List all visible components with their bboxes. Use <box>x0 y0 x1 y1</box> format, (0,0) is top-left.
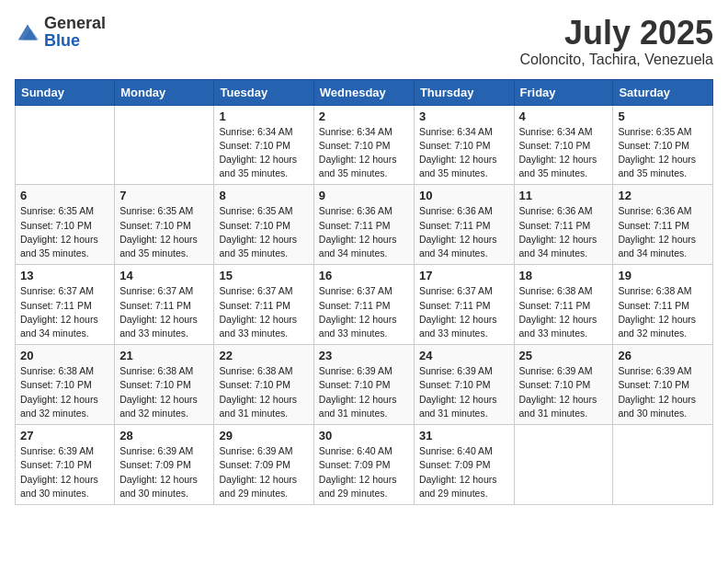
month-year-title: July 2025 <box>519 15 713 52</box>
logo: General Blue <box>15 15 106 50</box>
calendar-day-cell: 27Sunrise: 6:39 AM Sunset: 7:10 PM Dayli… <box>16 425 115 505</box>
day-info: Sunrise: 6:39 AM Sunset: 7:10 PM Dayligh… <box>519 364 609 420</box>
weekday-header-cell: Thursday <box>414 79 514 105</box>
calendar-day-cell: 22Sunrise: 6:38 AM Sunset: 7:10 PM Dayli… <box>214 345 313 425</box>
day-info: Sunrise: 6:34 AM Sunset: 7:10 PM Dayligh… <box>219 125 308 181</box>
day-info: Sunrise: 6:40 AM Sunset: 7:09 PM Dayligh… <box>319 444 409 500</box>
calendar-day-cell <box>16 105 115 185</box>
weekday-header-cell: Saturday <box>613 79 713 105</box>
calendar-day-cell: 11Sunrise: 6:36 AM Sunset: 7:11 PM Dayli… <box>514 185 613 265</box>
calendar-day-cell: 15Sunrise: 6:37 AM Sunset: 7:11 PM Dayli… <box>214 265 313 345</box>
calendar-day-cell: 21Sunrise: 6:38 AM Sunset: 7:10 PM Dayli… <box>115 345 214 425</box>
calendar-day-cell: 2Sunrise: 6:34 AM Sunset: 7:10 PM Daylig… <box>313 105 414 185</box>
day-info: Sunrise: 6:36 AM Sunset: 7:11 PM Dayligh… <box>618 204 708 260</box>
day-info: Sunrise: 6:38 AM Sunset: 7:11 PM Dayligh… <box>519 284 609 340</box>
day-number: 9 <box>319 189 409 202</box>
calendar-day-cell: 25Sunrise: 6:39 AM Sunset: 7:10 PM Dayli… <box>514 345 613 425</box>
calendar-day-cell: 1Sunrise: 6:34 AM Sunset: 7:10 PM Daylig… <box>214 105 313 185</box>
day-number: 31 <box>419 429 509 442</box>
calendar-week-row: 6Sunrise: 6:35 AM Sunset: 7:10 PM Daylig… <box>16 185 713 265</box>
calendar-day-cell: 28Sunrise: 6:39 AM Sunset: 7:09 PM Dayli… <box>115 425 214 505</box>
day-number: 3 <box>419 109 509 123</box>
calendar-day-cell: 31Sunrise: 6:40 AM Sunset: 7:09 PM Dayli… <box>414 425 514 505</box>
day-info: Sunrise: 6:36 AM Sunset: 7:11 PM Dayligh… <box>319 204 409 260</box>
calendar-day-cell: 29Sunrise: 6:39 AM Sunset: 7:09 PM Dayli… <box>214 425 313 505</box>
weekday-header-cell: Sunday <box>16 79 115 105</box>
day-number: 7 <box>119 189 209 202</box>
day-number: 13 <box>20 269 109 282</box>
calendar-day-cell: 17Sunrise: 6:37 AM Sunset: 7:11 PM Dayli… <box>414 265 514 345</box>
day-info: Sunrise: 6:38 AM Sunset: 7:10 PM Dayligh… <box>119 364 209 420</box>
day-info: Sunrise: 6:37 AM Sunset: 7:11 PM Dayligh… <box>419 284 509 340</box>
logo-blue: Blue <box>44 32 106 50</box>
day-number: 28 <box>119 429 209 442</box>
day-info: Sunrise: 6:35 AM Sunset: 7:10 PM Dayligh… <box>618 125 708 181</box>
logo-icon <box>15 21 40 43</box>
day-number: 19 <box>618 269 708 282</box>
calendar-day-cell: 10Sunrise: 6:36 AM Sunset: 7:11 PM Dayli… <box>414 185 514 265</box>
day-number: 21 <box>119 349 209 362</box>
day-number: 11 <box>519 189 609 202</box>
calendar-day-cell <box>514 425 613 505</box>
day-info: Sunrise: 6:34 AM Sunset: 7:10 PM Dayligh… <box>419 125 509 181</box>
weekday-header-cell: Friday <box>514 79 613 105</box>
calendar-week-row: 27Sunrise: 6:39 AM Sunset: 7:10 PM Dayli… <box>16 425 713 505</box>
day-info: Sunrise: 6:38 AM Sunset: 7:10 PM Dayligh… <box>219 364 308 420</box>
calendar-table: SundayMondayTuesdayWednesdayThursdayFrid… <box>15 79 713 505</box>
calendar-day-cell: 18Sunrise: 6:38 AM Sunset: 7:11 PM Dayli… <box>514 265 613 345</box>
calendar-day-cell: 9Sunrise: 6:36 AM Sunset: 7:11 PM Daylig… <box>313 185 414 265</box>
calendar-day-cell: 7Sunrise: 6:35 AM Sunset: 7:10 PM Daylig… <box>115 185 214 265</box>
weekday-header-cell: Monday <box>115 79 214 105</box>
day-number: 14 <box>119 269 209 282</box>
day-info: Sunrise: 6:36 AM Sunset: 7:11 PM Dayligh… <box>519 204 609 260</box>
day-number: 6 <box>20 189 109 202</box>
calendar-day-cell: 13Sunrise: 6:37 AM Sunset: 7:11 PM Dayli… <box>16 265 115 345</box>
logo-general: General <box>44 15 106 32</box>
calendar-day-cell: 8Sunrise: 6:35 AM Sunset: 7:10 PM Daylig… <box>214 185 313 265</box>
day-number: 2 <box>319 109 409 123</box>
day-info: Sunrise: 6:39 AM Sunset: 7:10 PM Dayligh… <box>319 364 409 420</box>
day-number: 12 <box>618 189 708 202</box>
calendar-day-cell: 23Sunrise: 6:39 AM Sunset: 7:10 PM Dayli… <box>313 345 414 425</box>
title-area: July 2025 Coloncito, Tachira, Venezuela <box>519 15 713 68</box>
day-number: 18 <box>519 269 609 282</box>
day-info: Sunrise: 6:40 AM Sunset: 7:09 PM Dayligh… <box>419 444 509 500</box>
day-number: 22 <box>219 349 308 362</box>
calendar-day-cell: 24Sunrise: 6:39 AM Sunset: 7:10 PM Dayli… <box>414 345 514 425</box>
day-number: 17 <box>419 269 509 282</box>
calendar-week-row: 1Sunrise: 6:34 AM Sunset: 7:10 PM Daylig… <box>16 105 713 185</box>
day-number: 24 <box>419 349 509 362</box>
day-info: Sunrise: 6:34 AM Sunset: 7:10 PM Dayligh… <box>519 125 609 181</box>
calendar-day-cell: 6Sunrise: 6:35 AM Sunset: 7:10 PM Daylig… <box>16 185 115 265</box>
weekday-header-row: SundayMondayTuesdayWednesdayThursdayFrid… <box>16 79 713 105</box>
day-info: Sunrise: 6:39 AM Sunset: 7:10 PM Dayligh… <box>618 364 708 420</box>
day-info: Sunrise: 6:39 AM Sunset: 7:09 PM Dayligh… <box>219 444 308 500</box>
day-number: 1 <box>219 109 308 123</box>
day-number: 8 <box>219 189 308 202</box>
day-number: 27 <box>20 429 109 442</box>
day-info: Sunrise: 6:35 AM Sunset: 7:10 PM Dayligh… <box>20 204 109 260</box>
header: General Blue July 2025 Coloncito, Tachir… <box>15 15 713 68</box>
weekday-header-cell: Wednesday <box>313 79 414 105</box>
day-number: 15 <box>219 269 308 282</box>
day-info: Sunrise: 6:36 AM Sunset: 7:11 PM Dayligh… <box>419 204 509 260</box>
day-info: Sunrise: 6:37 AM Sunset: 7:11 PM Dayligh… <box>119 284 209 340</box>
calendar-day-cell: 4Sunrise: 6:34 AM Sunset: 7:10 PM Daylig… <box>514 105 613 185</box>
calendar-day-cell: 30Sunrise: 6:40 AM Sunset: 7:09 PM Dayli… <box>313 425 414 505</box>
day-number: 29 <box>219 429 308 442</box>
day-number: 10 <box>419 189 509 202</box>
calendar-day-cell: 3Sunrise: 6:34 AM Sunset: 7:10 PM Daylig… <box>414 105 514 185</box>
day-info: Sunrise: 6:37 AM Sunset: 7:11 PM Dayligh… <box>219 284 308 340</box>
day-number: 20 <box>20 349 109 362</box>
day-info: Sunrise: 6:39 AM Sunset: 7:10 PM Dayligh… <box>419 364 509 420</box>
calendar-day-cell: 14Sunrise: 6:37 AM Sunset: 7:11 PM Dayli… <box>115 265 214 345</box>
day-number: 5 <box>618 109 708 123</box>
calendar-day-cell <box>115 105 214 185</box>
calendar-week-row: 13Sunrise: 6:37 AM Sunset: 7:11 PM Dayli… <box>16 265 713 345</box>
day-number: 4 <box>519 109 609 123</box>
day-info: Sunrise: 6:38 AM Sunset: 7:11 PM Dayligh… <box>618 284 708 340</box>
calendar-day-cell <box>613 425 713 505</box>
weekday-header-cell: Tuesday <box>214 79 313 105</box>
calendar-day-cell: 5Sunrise: 6:35 AM Sunset: 7:10 PM Daylig… <box>613 105 713 185</box>
day-info: Sunrise: 6:35 AM Sunset: 7:10 PM Dayligh… <box>219 204 308 260</box>
